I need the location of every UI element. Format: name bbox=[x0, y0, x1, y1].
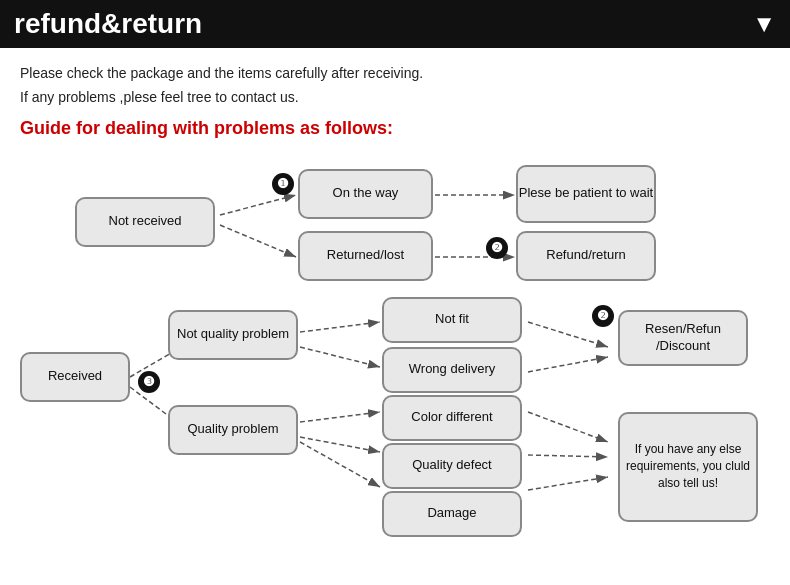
not-received-node: Not received bbox=[75, 197, 215, 247]
refund-return-node: Refund/return bbox=[516, 231, 656, 281]
svg-line-15 bbox=[528, 455, 608, 457]
intro-section: Please check the package and the items c… bbox=[0, 48, 790, 114]
badge-2-top: ❷ bbox=[486, 237, 508, 259]
color-different-node: Color different bbox=[382, 395, 522, 441]
intro-line1: Please check the package and the items c… bbox=[20, 62, 770, 86]
svg-line-8 bbox=[300, 347, 380, 367]
header-arrow: ▼ bbox=[752, 10, 776, 38]
badge-1: ❶ bbox=[272, 173, 294, 195]
wrong-delivery-node: Wrong delivery bbox=[382, 347, 522, 393]
quality-node: Quality problem bbox=[168, 405, 298, 455]
damage-node: Damage bbox=[382, 491, 522, 537]
svg-line-13 bbox=[528, 357, 608, 372]
returned-lost-node: Returned/lost bbox=[298, 231, 433, 281]
quality-defect-node: Quality defect bbox=[382, 443, 522, 489]
please-wait-node: Plese be patient to wait bbox=[516, 165, 656, 223]
received-node: Received bbox=[20, 352, 130, 402]
svg-line-12 bbox=[528, 322, 608, 347]
svg-line-7 bbox=[300, 322, 380, 332]
svg-line-2 bbox=[220, 225, 296, 257]
svg-line-11 bbox=[300, 442, 380, 487]
badge-2-bottom: ❷ bbox=[592, 305, 614, 327]
header: refund&return ▼ bbox=[0, 0, 790, 48]
svg-line-9 bbox=[300, 412, 380, 422]
not-quality-node: Not quality problem bbox=[168, 310, 298, 360]
on-the-way-node: On the way bbox=[298, 169, 433, 219]
not-fit-node: Not fit bbox=[382, 297, 522, 343]
requirements-node: If you have any else requirements, you c… bbox=[618, 412, 758, 522]
intro-line2: If any problems ,plese feel tree to cont… bbox=[20, 86, 770, 110]
svg-line-10 bbox=[300, 437, 380, 452]
svg-line-1 bbox=[220, 195, 296, 215]
badge-3: ❸ bbox=[138, 371, 160, 393]
svg-line-14 bbox=[528, 412, 608, 442]
header-title: refund&return bbox=[14, 8, 202, 40]
resen-node: Resen/Refun /Discount bbox=[618, 310, 748, 366]
svg-line-16 bbox=[528, 477, 608, 490]
guide-title: Guide for dealing with problems as follo… bbox=[0, 114, 790, 147]
diagram: Not received On the way Returned/lost Pl… bbox=[0, 147, 790, 567]
